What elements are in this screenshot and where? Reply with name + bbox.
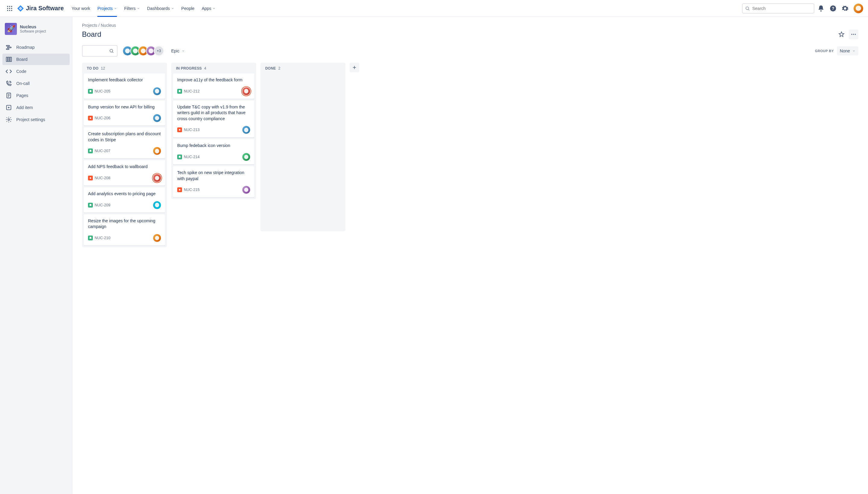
svg-rect-13 [7,47,11,48]
assignee-avatar[interactable] [153,147,161,155]
assignee-avatar[interactable] [242,87,250,95]
assignee-avatar[interactable] [153,87,161,95]
project-sidebar: 🚀 Nucleus Software project Roadmap Board… [0,17,72,494]
column-header[interactable]: DONE2 [262,66,344,74]
svg-point-32 [179,129,181,131]
sidebar-item-board[interactable]: Board [2,54,70,65]
nav-dashboards[interactable]: Dashboards [144,0,177,17]
global-search-input[interactable] [752,6,811,11]
sidebar-item-code[interactable]: Code [2,66,70,77]
issue-card[interactable]: Tech spike on new stripe integration wit… [173,166,254,197]
sidebar-item-roadmap[interactable]: Roadmap [2,42,70,53]
issue-key: NUC-210 [95,236,110,240]
jira-logo[interactable]: Jira Software [17,5,64,12]
assignee-avatar[interactable] [153,201,161,209]
gear-icon [5,116,12,123]
help-icon: ? [829,5,837,12]
nav-filters[interactable]: Filters [121,0,143,17]
issue-title: Resize the images for the upcoming campa… [88,218,161,230]
column-count: 4 [204,66,206,71]
sidebar-item-pages[interactable]: Pages [2,90,70,101]
main-content: Projects / Nucleus Board +3 Epic [72,17,868,494]
assignee-avatar[interactable] [242,126,250,134]
nav-dashboards-label: Dashboards [147,6,170,11]
issue-card[interactable]: Implement feedback collectorNUC-205 [84,74,165,99]
add-item-icon [5,104,12,111]
column-header[interactable]: IN PROGRESS4 [173,66,254,74]
oncall-icon [5,80,12,87]
app-switcher-button[interactable] [5,4,15,13]
issue-card[interactable]: Create subscription plans and discount c… [84,128,165,158]
star-icon [838,31,845,37]
nav-your-work[interactable]: Your work [69,0,93,17]
nav-projects[interactable]: Projects [94,0,120,17]
svg-rect-14 [6,49,9,50]
issue-key: NUC-207 [95,149,110,153]
assignee-filter[interactable]: +3 [122,46,164,56]
bug-type-icon [88,176,93,180]
story-type-icon [88,203,93,208]
sidebar-item-project-settings[interactable]: Project settings [2,114,70,125]
column-count: 2 [278,66,280,71]
issue-card[interactable]: Update T&C copy with v1.9 from the write… [173,101,254,138]
breadcrumb: Projects / Nucleus [82,23,858,28]
groupby-select[interactable]: None [837,46,858,55]
bug-type-icon [177,128,182,132]
issue-card[interactable]: Bump fedeback icon versionNUC-214 [173,139,254,165]
chevron-down-icon [182,50,185,52]
column-header[interactable]: TO DO12 [84,66,165,74]
project-name: Nucleus [20,24,46,29]
nav-apps[interactable]: Apps [199,0,219,17]
nav-people[interactable]: People [179,0,198,17]
issue-card[interactable]: Improve a11y of the feedback formNUC-212 [173,74,254,99]
issue-card[interactable]: Add NPS feedback to wallboardNUC-208 [84,160,165,186]
assignee-avatar[interactable] [153,174,161,182]
groupby-value: None [840,49,850,53]
avatar[interactable] [146,46,156,56]
svg-point-29 [110,50,113,52]
issue-card[interactable]: Resize the images for the upcoming campa… [84,214,165,246]
issue-key: NUC-215 [184,188,200,192]
settings-button[interactable] [840,3,851,14]
svg-point-30 [90,117,91,119]
issue-key: NUC-209 [95,203,110,207]
notifications-button[interactable] [816,3,826,14]
svg-point-31 [90,177,91,178]
assignee-avatar[interactable] [242,153,250,161]
svg-point-25 [8,119,10,120]
epic-filter[interactable]: Epic [169,47,187,55]
svg-point-26 [851,34,852,35]
svg-point-27 [853,34,854,35]
assignee-avatar[interactable] [242,186,250,194]
chevron-down-icon [114,7,117,10]
assignee-avatar[interactable] [153,234,161,242]
sidebar-item-oncall[interactable]: On-call [2,78,70,89]
svg-rect-4 [9,8,10,9]
svg-rect-12 [6,45,10,46]
help-button[interactable]: ? [828,3,838,14]
sidebar-item-label: Pages [16,93,28,98]
board-icon [5,56,12,63]
issue-title: Bump version for new API for billing [88,104,161,110]
sidebar-item-label: On-call [16,81,30,86]
column-title: TO DO [87,66,98,71]
issue-key: NUC-214 [184,155,200,159]
profile-avatar[interactable] [853,4,863,13]
board-column-todo: TO DO12Implement feedback collectorNUC-2… [82,63,167,247]
sidebar-item-add[interactable]: Add item [2,102,70,113]
global-search[interactable] [742,3,814,14]
more-icon [851,31,856,37]
issue-card[interactable]: Bump version for new API for billingNUC-… [84,101,165,126]
board-search[interactable] [82,45,117,57]
svg-rect-0 [7,6,8,7]
add-column-button[interactable] [350,63,359,72]
star-button[interactable] [837,30,846,39]
kanban-board: TO DO12Implement feedback collectorNUC-2… [82,63,858,247]
breadcrumb-current[interactable]: Nucleus [101,23,116,28]
breadcrumb-projects[interactable]: Projects [82,23,97,28]
assignee-avatar[interactable] [153,114,161,122]
more-actions-button[interactable] [849,30,858,39]
sidebar-item-label: Project settings [16,117,45,122]
project-header[interactable]: 🚀 Nucleus Software project [2,23,70,39]
issue-card[interactable]: Add analytics events to pricing pageNUC-… [84,187,165,213]
